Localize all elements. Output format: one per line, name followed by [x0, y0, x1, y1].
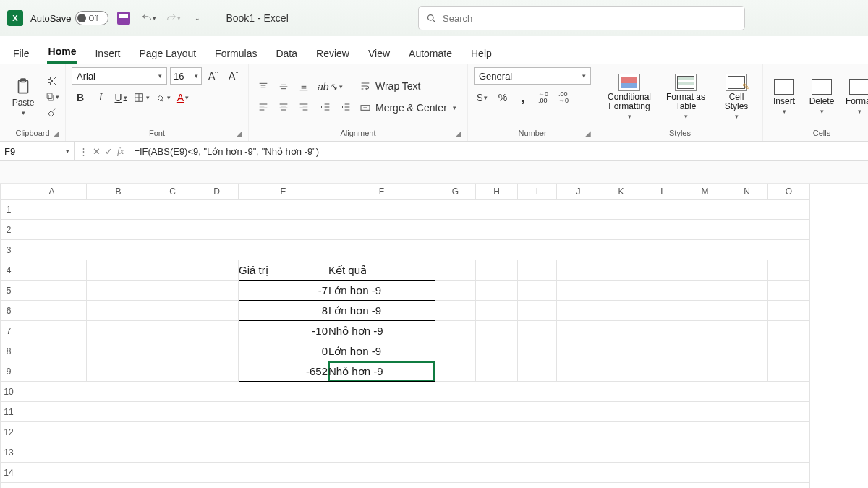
row-header[interactable]: 5 [1, 281, 17, 301]
cell[interactable] [768, 260, 810, 281]
orientation-button[interactable]: ab⤡▾ [317, 78, 344, 95]
row-header[interactable]: 15 [1, 483, 17, 489]
font-name-select[interactable]: Arial▾ [72, 67, 167, 85]
font-size-select[interactable]: 16▾ [170, 67, 202, 85]
select-all-corner[interactable] [1, 184, 17, 200]
decrease-font-button[interactable]: Aˇ [225, 67, 242, 85]
cell[interactable] [600, 260, 642, 281]
cell[interactable] [768, 321, 810, 341]
cell[interactable] [17, 281, 87, 301]
cell[interactable] [195, 341, 239, 361]
accounting-format-button[interactable]: $▾ [474, 89, 491, 106]
tab-file[interactable]: File [12, 43, 31, 64]
row-header[interactable]: 7 [1, 321, 17, 341]
col-header[interactable]: F [328, 184, 435, 200]
cell[interactable] [518, 260, 557, 281]
font-color-button[interactable]: A▾ [174, 89, 192, 106]
cell[interactable] [17, 260, 87, 281]
cell[interactable] [87, 281, 150, 301]
underline-button[interactable]: U▾ [112, 89, 129, 106]
tab-home[interactable]: Home [47, 41, 78, 64]
cell[interactable] [17, 463, 810, 483]
cell[interactable] [17, 422, 810, 442]
tab-page-layout[interactable]: Page Layout [137, 43, 197, 64]
cell[interactable] [150, 260, 195, 281]
cell[interactable] [557, 260, 600, 281]
decrease-decimal-button[interactable]: .00 →0 [555, 89, 572, 106]
cell[interactable] [518, 301, 557, 321]
italic-button[interactable]: I [92, 89, 109, 106]
paste-button[interactable]: Paste ▾ [6, 77, 41, 116]
cell[interactable] [435, 341, 476, 361]
cell-styles-button[interactable]: Cell Styles▾ [716, 74, 757, 120]
cell[interactable] [87, 361, 150, 382]
col-header[interactable]: G [435, 184, 476, 200]
cell[interactable] [726, 341, 768, 361]
undo-button[interactable]: ▾ [140, 10, 156, 26]
cell-E9[interactable]: -652 [239, 361, 328, 382]
cell[interactable] [600, 301, 642, 321]
increase-font-button[interactable]: Aˆ [205, 67, 222, 85]
cell[interactable] [684, 361, 726, 382]
cell-F7[interactable]: Nhỏ hơn -9 [328, 321, 435, 341]
cell[interactable] [195, 321, 239, 341]
cell[interactable] [642, 341, 684, 361]
cell[interactable] [150, 341, 195, 361]
cell[interactable] [684, 341, 726, 361]
cell[interactable] [435, 260, 476, 281]
cell-F9-selected[interactable]: Nhỏ hơn -9 [328, 361, 435, 382]
cell[interactable] [87, 301, 150, 321]
row-header[interactable]: 14 [1, 463, 17, 483]
cell[interactable] [600, 281, 642, 301]
save-button[interactable] [116, 10, 132, 26]
cell[interactable] [195, 281, 239, 301]
align-middle-button[interactable] [275, 78, 292, 95]
col-header[interactable]: N [726, 184, 768, 200]
cell-F5[interactable]: Lớn hơn -9 [328, 281, 435, 301]
cell[interactable] [150, 281, 195, 301]
percent-format-button[interactable]: % [494, 89, 511, 106]
cell[interactable] [476, 341, 518, 361]
cell[interactable] [684, 321, 726, 341]
cell[interactable] [87, 341, 150, 361]
dialog-launcher-icon[interactable]: ◢ [54, 129, 59, 137]
cell[interactable] [17, 200, 810, 220]
row-header[interactable]: 13 [1, 442, 17, 463]
cell[interactable] [726, 260, 768, 281]
delete-cells-button[interactable]: Delete▾ [807, 79, 837, 115]
cell[interactable] [600, 341, 642, 361]
cell[interactable] [17, 442, 810, 463]
cell[interactable] [768, 341, 810, 361]
align-left-button[interactable] [255, 98, 272, 116]
cell[interactable] [476, 301, 518, 321]
cell-F8[interactable]: Lớn hơn -9 [328, 341, 435, 361]
tab-insert[interactable]: Insert [93, 43, 122, 64]
row-header[interactable]: 12 [1, 422, 17, 442]
cell[interactable] [17, 301, 87, 321]
increase-decimal-button[interactable]: ←0 .00 [535, 89, 552, 106]
redo-button[interactable]: ▾ [165, 10, 181, 26]
cell[interactable] [557, 281, 600, 301]
conditional-formatting-button[interactable]: Conditional Formatting▾ [603, 74, 655, 120]
bold-button[interactable]: B [72, 89, 89, 106]
cell[interactable] [195, 260, 239, 281]
cell[interactable] [557, 301, 600, 321]
copy-button[interactable]: ▾ [45, 90, 59, 103]
qat-customize[interactable]: ⌄ [190, 10, 205, 26]
cell-E8[interactable]: 0 [239, 341, 328, 361]
cell[interactable] [476, 321, 518, 341]
row-header[interactable]: 1 [1, 200, 17, 220]
col-header[interactable]: J [557, 184, 600, 200]
fill-color-button[interactable]: ▾ [153, 89, 171, 106]
col-header[interactable]: D [195, 184, 239, 200]
align-bottom-button[interactable] [295, 78, 312, 95]
col-header[interactable]: O [768, 184, 810, 200]
autosave-toggle[interactable]: Off [75, 11, 109, 25]
name-box[interactable]: F9▾ [0, 142, 75, 160]
cell[interactable] [726, 281, 768, 301]
decrease-indent-button[interactable] [317, 98, 334, 116]
cell[interactable] [435, 301, 476, 321]
cell[interactable] [557, 361, 600, 382]
cell[interactable] [195, 361, 239, 382]
cell[interactable] [768, 301, 810, 321]
